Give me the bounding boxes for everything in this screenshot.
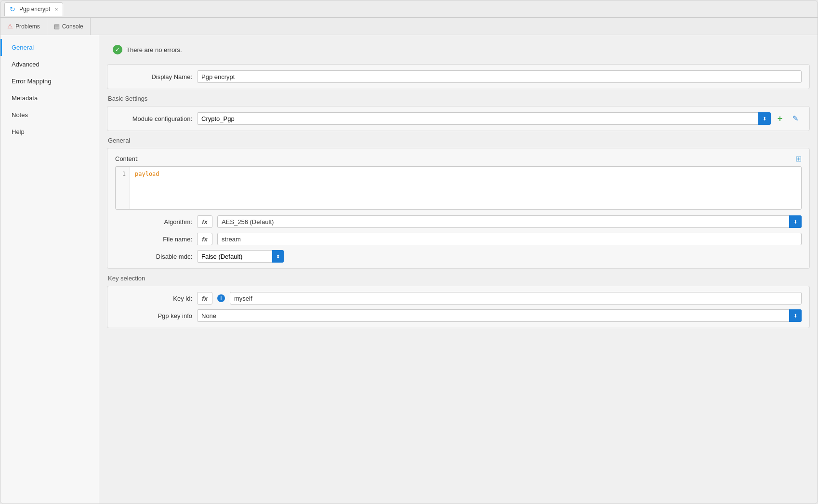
sidebar-item-help-label: Help [12,128,25,135]
sidebar-item-metadata-label: Metadata [12,94,38,102]
key-selection-title: Key selection [107,275,810,282]
title-bar: ↻ Pgp encrypt × [0,0,818,18]
check-circle-icon: ✓ [113,45,122,54]
basic-settings-section: Basic Settings Module configuration: Cry… [107,95,810,131]
file-name-row: File name: fx [115,233,802,245]
display-name-label: Display Name: [115,73,192,80]
fx-icon-algorithm: fx [202,218,208,225]
file-name-input[interactable] [217,233,802,245]
check-mark: ✓ [115,46,120,53]
sidebar-item-notes[interactable]: Notes [0,106,99,123]
line-number-1: 1 [119,171,126,177]
content-label-row: Content: ⊞ [115,154,802,163]
edit-icon: ✎ [792,114,799,123]
content-panel: ✓ There are no errors. Display Name: Bas… [99,35,818,504]
sidebar-item-advanced-label: Advanced [12,61,40,68]
general-section: General Content: ⊞ 1 payload [107,137,810,269]
key-id-fx-button[interactable]: fx [197,292,212,305]
code-editor[interactable]: 1 payload [115,166,802,210]
key-id-input[interactable] [230,292,802,305]
general-section-card: Content: ⊞ 1 payload Algorit [107,148,810,269]
console-icon: ▤ [54,23,60,30]
algorithm-select[interactable]: AES_256 (Default) [217,215,802,228]
edit-module-config-button[interactable]: ✎ [789,112,802,125]
disable-mdc-row: Disable mdc: False (Default) ⬍ [115,250,802,263]
algorithm-fx-button[interactable]: fx [197,215,212,228]
module-config-label: Module configuration: [115,115,192,122]
sidebar: General Advanced Error Mapping Metadata … [0,35,99,504]
disable-mdc-select-wrapper: False (Default) ⬍ [197,250,284,263]
key-id-info-icon: i [217,294,225,302]
module-config-select-wrapper: Crypto_Pgp ⬍ [197,112,771,125]
basic-settings-title: Basic Settings [107,95,810,102]
pgp-key-info-label: Pgp key info [115,312,192,319]
problems-label: Problems [15,23,40,30]
display-name-row: Display Name: [115,70,802,83]
code-content: payload [130,167,801,209]
sidebar-item-general[interactable]: General [0,39,99,56]
pgp-key-info-row: Pgp key info None ⬍ [115,309,802,322]
display-name-input[interactable] [197,70,802,83]
pgp-key-info-select-wrapper: None ⬍ [197,309,802,322]
basic-settings-card: Module configuration: Crypto_Pgp ⬍ + [107,106,810,131]
sidebar-item-notes-label: Notes [12,111,28,119]
console-label: Console [62,23,83,30]
sidebar-item-advanced[interactable]: Advanced [0,56,99,73]
sidebar-item-error-mapping-label: Error Mapping [12,78,51,85]
sidebar-item-help[interactable]: Help [0,123,99,140]
tab-problems[interactable]: ⚠ Problems [0,18,47,35]
disable-mdc-select[interactable]: False (Default) [197,250,284,263]
main-area: General Advanced Error Mapping Metadata … [0,35,818,504]
key-id-row: Key id: fx i [115,292,802,305]
pgp-icon: ↻ [9,5,16,13]
top-tabs-bar: ⚠ Problems ▤ Console [0,18,818,35]
key-selection-card: Key id: fx i Pgp key info None [107,286,810,328]
problems-icon: ⚠ [7,23,13,30]
algorithm-label: Algorithm: [115,218,192,225]
tab-console[interactable]: ▤ Console [47,18,91,35]
file-name-fx-button[interactable]: fx [197,233,212,245]
plus-icon: + [778,114,783,124]
disable-mdc-label: Disable mdc: [115,253,192,260]
sidebar-item-general-label: General [12,44,34,51]
key-id-label: Key id: [115,295,192,302]
grid-icon[interactable]: ⊞ [795,154,802,163]
key-selection-section: Key selection Key id: fx i Pgp key info [107,275,810,328]
tab-pgp-encrypt[interactable]: ↻ Pgp encrypt × [4,2,63,16]
algorithm-select-wrapper: AES_256 (Default) ⬍ [217,215,802,228]
content-label: Content: [115,155,139,162]
add-module-config-button[interactable]: + [774,112,786,125]
fx-icon-keyid: fx [202,295,208,302]
line-numbers: 1 [116,167,130,209]
module-config-select[interactable]: Crypto_Pgp [197,112,771,125]
pgp-key-info-select[interactable]: None [197,309,802,322]
tab-close-button[interactable]: × [55,7,58,12]
display-name-card: Display Name: [107,64,810,89]
sidebar-item-error-mapping[interactable]: Error Mapping [0,73,99,90]
app-window: ↻ Pgp encrypt × ⚠ Problems ▤ Console Gen… [0,0,818,504]
module-config-controls: Crypto_Pgp ⬍ + ✎ [197,112,802,125]
status-text: There are no errors. [126,46,182,53]
file-name-label: File name: [115,236,192,243]
module-config-row: Module configuration: Crypto_Pgp ⬍ + [115,112,802,125]
tab-pgp-label: Pgp encrypt [19,6,50,13]
code-payload: payload [135,171,159,177]
algorithm-row: Algorithm: fx AES_256 (Default) ⬍ [115,215,802,228]
status-bar: ✓ There are no errors. [107,41,810,58]
sidebar-item-metadata[interactable]: Metadata [0,90,99,106]
fx-icon-filename: fx [202,236,208,243]
general-section-title: General [107,137,810,144]
